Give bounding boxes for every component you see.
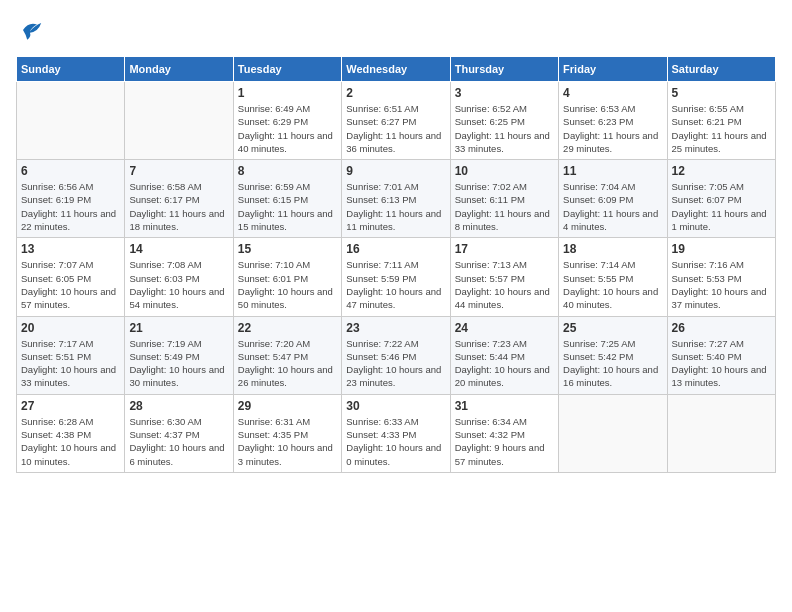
day-info: Sunrise: 6:30 AMSunset: 4:37 PMDaylight:… [129,415,228,468]
day-number: 5 [672,86,771,100]
calendar-table: SundayMondayTuesdayWednesdayThursdayFrid… [16,56,776,473]
day-number: 30 [346,399,445,413]
calendar-cell: 30Sunrise: 6:33 AMSunset: 4:33 PMDayligh… [342,394,450,472]
calendar-week-row: 1Sunrise: 6:49 AMSunset: 6:29 PMDaylight… [17,82,776,160]
calendar-cell: 11Sunrise: 7:04 AMSunset: 6:09 PMDayligh… [559,160,667,238]
day-number: 21 [129,321,228,335]
calendar-cell: 10Sunrise: 7:02 AMSunset: 6:11 PMDayligh… [450,160,558,238]
calendar-cell: 8Sunrise: 6:59 AMSunset: 6:15 PMDaylight… [233,160,341,238]
calendar-cell [667,394,775,472]
calendar-cell: 16Sunrise: 7:11 AMSunset: 5:59 PMDayligh… [342,238,450,316]
calendar-cell [17,82,125,160]
day-number: 16 [346,242,445,256]
day-info: Sunrise: 6:33 AMSunset: 4:33 PMDaylight:… [346,415,445,468]
page-header [16,16,776,44]
day-number: 17 [455,242,554,256]
day-of-week-header: Tuesday [233,57,341,82]
calendar-cell: 27Sunrise: 6:28 AMSunset: 4:38 PMDayligh… [17,394,125,472]
calendar-cell: 19Sunrise: 7:16 AMSunset: 5:53 PMDayligh… [667,238,775,316]
day-number: 1 [238,86,337,100]
day-number: 19 [672,242,771,256]
day-number: 27 [21,399,120,413]
day-info: Sunrise: 7:04 AMSunset: 6:09 PMDaylight:… [563,180,662,233]
day-info: Sunrise: 7:10 AMSunset: 6:01 PMDaylight:… [238,258,337,311]
calendar-cell: 26Sunrise: 7:27 AMSunset: 5:40 PMDayligh… [667,316,775,394]
calendar-cell: 21Sunrise: 7:19 AMSunset: 5:49 PMDayligh… [125,316,233,394]
day-info: Sunrise: 7:16 AMSunset: 5:53 PMDaylight:… [672,258,771,311]
calendar-cell: 5Sunrise: 6:55 AMSunset: 6:21 PMDaylight… [667,82,775,160]
day-of-week-header: Saturday [667,57,775,82]
day-info: Sunrise: 6:28 AMSunset: 4:38 PMDaylight:… [21,415,120,468]
day-info: Sunrise: 7:08 AMSunset: 6:03 PMDaylight:… [129,258,228,311]
calendar-cell: 24Sunrise: 7:23 AMSunset: 5:44 PMDayligh… [450,316,558,394]
calendar-cell: 9Sunrise: 7:01 AMSunset: 6:13 PMDaylight… [342,160,450,238]
day-info: Sunrise: 7:13 AMSunset: 5:57 PMDaylight:… [455,258,554,311]
day-info: Sunrise: 7:07 AMSunset: 6:05 PMDaylight:… [21,258,120,311]
calendar-cell: 23Sunrise: 7:22 AMSunset: 5:46 PMDayligh… [342,316,450,394]
day-of-week-header: Wednesday [342,57,450,82]
calendar-cell: 25Sunrise: 7:25 AMSunset: 5:42 PMDayligh… [559,316,667,394]
day-number: 9 [346,164,445,178]
day-info: Sunrise: 7:19 AMSunset: 5:49 PMDaylight:… [129,337,228,390]
day-number: 8 [238,164,337,178]
calendar-cell: 3Sunrise: 6:52 AMSunset: 6:25 PMDaylight… [450,82,558,160]
day-number: 25 [563,321,662,335]
calendar-cell: 22Sunrise: 7:20 AMSunset: 5:47 PMDayligh… [233,316,341,394]
calendar-cell: 18Sunrise: 7:14 AMSunset: 5:55 PMDayligh… [559,238,667,316]
day-number: 4 [563,86,662,100]
calendar-cell: 17Sunrise: 7:13 AMSunset: 5:57 PMDayligh… [450,238,558,316]
day-number: 31 [455,399,554,413]
calendar-header-row: SundayMondayTuesdayWednesdayThursdayFrid… [17,57,776,82]
day-info: Sunrise: 7:27 AMSunset: 5:40 PMDaylight:… [672,337,771,390]
day-number: 29 [238,399,337,413]
logo [16,16,48,44]
day-info: Sunrise: 6:58 AMSunset: 6:17 PMDaylight:… [129,180,228,233]
day-number: 24 [455,321,554,335]
day-number: 23 [346,321,445,335]
day-number: 22 [238,321,337,335]
calendar-week-row: 27Sunrise: 6:28 AMSunset: 4:38 PMDayligh… [17,394,776,472]
day-info: Sunrise: 7:02 AMSunset: 6:11 PMDaylight:… [455,180,554,233]
day-info: Sunrise: 6:49 AMSunset: 6:29 PMDaylight:… [238,102,337,155]
calendar-cell: 31Sunrise: 6:34 AMSunset: 4:32 PMDayligh… [450,394,558,472]
day-info: Sunrise: 6:56 AMSunset: 6:19 PMDaylight:… [21,180,120,233]
calendar-cell [559,394,667,472]
calendar-week-row: 20Sunrise: 7:17 AMSunset: 5:51 PMDayligh… [17,316,776,394]
day-of-week-header: Sunday [17,57,125,82]
day-info: Sunrise: 7:17 AMSunset: 5:51 PMDaylight:… [21,337,120,390]
calendar-week-row: 13Sunrise: 7:07 AMSunset: 6:05 PMDayligh… [17,238,776,316]
day-number: 3 [455,86,554,100]
day-info: Sunrise: 7:23 AMSunset: 5:44 PMDaylight:… [455,337,554,390]
day-number: 11 [563,164,662,178]
day-of-week-header: Monday [125,57,233,82]
day-info: Sunrise: 7:25 AMSunset: 5:42 PMDaylight:… [563,337,662,390]
calendar-week-row: 6Sunrise: 6:56 AMSunset: 6:19 PMDaylight… [17,160,776,238]
day-number: 26 [672,321,771,335]
calendar-cell: 15Sunrise: 7:10 AMSunset: 6:01 PMDayligh… [233,238,341,316]
day-number: 15 [238,242,337,256]
day-info: Sunrise: 7:20 AMSunset: 5:47 PMDaylight:… [238,337,337,390]
day-info: Sunrise: 6:53 AMSunset: 6:23 PMDaylight:… [563,102,662,155]
day-info: Sunrise: 6:34 AMSunset: 4:32 PMDaylight:… [455,415,554,468]
calendar-cell: 12Sunrise: 7:05 AMSunset: 6:07 PMDayligh… [667,160,775,238]
day-number: 13 [21,242,120,256]
day-number: 28 [129,399,228,413]
calendar-cell: 7Sunrise: 6:58 AMSunset: 6:17 PMDaylight… [125,160,233,238]
calendar-cell: 28Sunrise: 6:30 AMSunset: 4:37 PMDayligh… [125,394,233,472]
day-number: 12 [672,164,771,178]
day-number: 6 [21,164,120,178]
calendar-cell: 6Sunrise: 6:56 AMSunset: 6:19 PMDaylight… [17,160,125,238]
calendar-cell: 13Sunrise: 7:07 AMSunset: 6:05 PMDayligh… [17,238,125,316]
day-number: 7 [129,164,228,178]
day-of-week-header: Friday [559,57,667,82]
day-info: Sunrise: 6:52 AMSunset: 6:25 PMDaylight:… [455,102,554,155]
day-info: Sunrise: 7:14 AMSunset: 5:55 PMDaylight:… [563,258,662,311]
day-info: Sunrise: 7:01 AMSunset: 6:13 PMDaylight:… [346,180,445,233]
day-number: 2 [346,86,445,100]
day-info: Sunrise: 6:51 AMSunset: 6:27 PMDaylight:… [346,102,445,155]
day-of-week-header: Thursday [450,57,558,82]
calendar-cell: 2Sunrise: 6:51 AMSunset: 6:27 PMDaylight… [342,82,450,160]
calendar-cell: 1Sunrise: 6:49 AMSunset: 6:29 PMDaylight… [233,82,341,160]
day-info: Sunrise: 6:31 AMSunset: 4:35 PMDaylight:… [238,415,337,468]
calendar-cell [125,82,233,160]
